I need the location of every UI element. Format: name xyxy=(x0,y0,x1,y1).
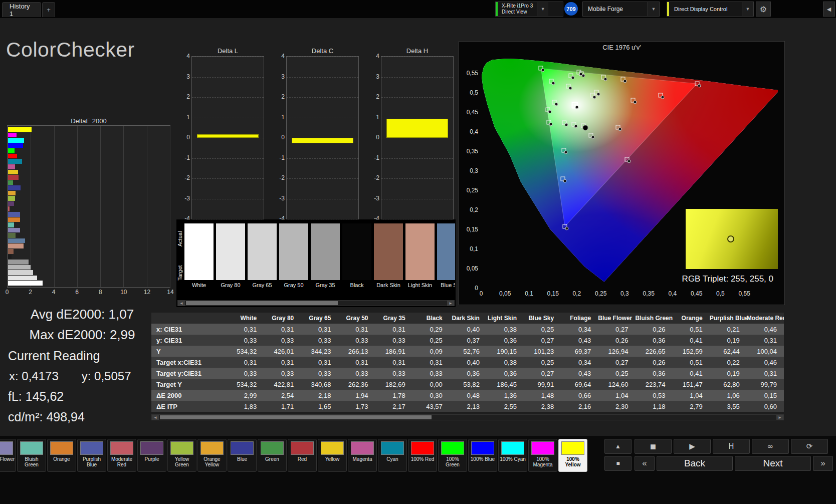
meter-selector[interactable]: X-Rite i1Pro 3 Direct View ▼ xyxy=(495,2,563,17)
stop-icon: ◼ xyxy=(650,442,656,451)
table-row-y: Y534,32426,01344,23266,13186,910,0952,76… xyxy=(151,346,784,357)
colorspace-709-badge[interactable]: 709 xyxy=(564,2,578,16)
refresh-button[interactable]: ⟳ xyxy=(791,439,828,454)
source-selector[interactable]: Mobile Forge ▼ xyxy=(582,2,660,17)
patch-label: Yellow Green xyxy=(168,456,196,467)
patch-magenta[interactable]: Magenta xyxy=(348,439,377,472)
back-button[interactable]: Back xyxy=(657,456,733,471)
patch-100-yellow[interactable]: 100% Yellow xyxy=(558,439,587,472)
stop-button[interactable]: ◼ xyxy=(635,439,672,454)
table-scrollbar[interactable]: ◄ ► xyxy=(151,414,784,420)
patch-purplish-blue[interactable]: Purplish Blue xyxy=(77,439,106,472)
cie-ytick: 0,2 xyxy=(470,206,478,213)
scroll-track[interactable] xyxy=(159,415,776,420)
cell: 426,01 xyxy=(264,346,301,357)
display-control-selector[interactable]: Direct Display Control ▼ xyxy=(667,2,754,17)
chevron-down-icon[interactable]: ▼ xyxy=(648,2,659,16)
swatch-gray-35[interactable]: Gray 35 xyxy=(311,223,340,288)
deltae2000-chart: DeltaE 2000 02468101214 xyxy=(7,117,170,298)
swatch-gray-50[interactable]: Gray 50 xyxy=(279,223,308,288)
column-header-orange: Orange xyxy=(673,313,710,324)
cie-ytick: 0,1 xyxy=(470,245,478,253)
patch-100-blue[interactable]: 100% Blue xyxy=(468,439,497,472)
chevron-down-icon[interactable]: ▼ xyxy=(537,2,548,16)
cell: 0,36 xyxy=(487,368,524,379)
deltae-bar-white xyxy=(8,281,43,286)
scroll-right-icon[interactable]: ► xyxy=(447,301,454,306)
gridline xyxy=(381,138,453,138)
patch-bluish-green[interactable]: Bluish Green xyxy=(17,439,46,472)
patch-100-green[interactable]: 100% Green xyxy=(438,439,467,472)
patch-orange-yellow[interactable]: Orange Yellow xyxy=(197,439,227,472)
expand-patch-list-button[interactable]: ▲ xyxy=(604,439,632,454)
blank-patch-button[interactable]: ■ xyxy=(604,456,632,471)
settings-button[interactable]: ⚙ xyxy=(756,2,771,17)
swatch-light-skin[interactable]: Light Skin xyxy=(405,223,435,288)
patch-green[interactable]: Green xyxy=(258,439,287,472)
cell: 186,45 xyxy=(487,379,524,390)
next-fast-button[interactable]: » xyxy=(813,456,833,471)
patch-cyan[interactable]: Cyan xyxy=(378,439,407,472)
swatch-color xyxy=(248,223,277,280)
cell: 152,59 xyxy=(673,346,710,357)
patch-100-magenta[interactable]: 100% Magenta xyxy=(528,439,557,472)
scroll-track[interactable] xyxy=(185,301,447,306)
patch-blue-flower[interactable]: Blue Flower xyxy=(0,439,16,472)
cell: 0,31 xyxy=(338,357,375,368)
next-button[interactable]: Next xyxy=(735,456,811,471)
swatch-scrollbar[interactable]: ◄ ► xyxy=(177,300,455,306)
cell: 1,94 xyxy=(338,390,375,401)
patch-red[interactable]: Red xyxy=(288,439,317,472)
cie-xtick: 0,45 xyxy=(691,290,702,297)
swatch-gray-65[interactable]: Gray 65 xyxy=(248,223,277,288)
patch-yellow-green[interactable]: Yellow Green xyxy=(167,439,196,472)
cell: 0,43 xyxy=(561,368,598,379)
cie-actual-red xyxy=(661,96,665,99)
add-tab-button[interactable]: + xyxy=(42,2,55,17)
patch-orange[interactable]: Orange xyxy=(47,439,76,472)
cell: 2,38 xyxy=(524,401,561,412)
scroll-left-icon[interactable]: ◄ xyxy=(152,415,159,420)
axis-tick: 2 xyxy=(29,289,32,296)
patch-purple[interactable]: Purple xyxy=(137,439,166,472)
cell: 0,33 xyxy=(338,368,375,379)
swatch-color xyxy=(342,223,371,280)
cie-ytick: 0,3 xyxy=(470,167,478,174)
scroll-right-icon[interactable]: ► xyxy=(776,415,783,420)
tab-history-1[interactable]: History 1 xyxy=(2,2,41,17)
chevron-down-icon[interactable]: ▼ xyxy=(742,2,753,16)
back-fast-button[interactable]: « xyxy=(635,456,655,471)
patch-label: Orange xyxy=(53,456,70,462)
continuous-button[interactable]: ∞ xyxy=(752,439,789,454)
swatch-black[interactable]: Black xyxy=(342,223,371,288)
row-label: ΔE 2000 xyxy=(151,390,227,401)
patch-color xyxy=(411,441,434,455)
cie-actual-blue-flower xyxy=(574,125,578,128)
cie-actual-black xyxy=(583,125,588,131)
gridline xyxy=(192,138,264,138)
scroll-thumb[interactable] xyxy=(186,301,338,305)
axis-tick: 4 xyxy=(52,289,56,296)
patch-100-red[interactable]: 100% Red xyxy=(408,439,437,472)
hold-button[interactable]: H xyxy=(713,439,750,454)
patch-blue[interactable]: Blue xyxy=(228,439,257,472)
collapse-panel-button[interactable]: ◀ xyxy=(823,2,835,17)
patch-color xyxy=(381,441,404,455)
play-button[interactable]: ▶ xyxy=(674,439,711,454)
swatch-gray-80[interactable]: Gray 80 xyxy=(216,223,245,288)
gridline xyxy=(287,118,358,118)
patch-yellow[interactable]: Yellow xyxy=(318,439,347,472)
patch-label: Purplish Blue xyxy=(78,456,106,467)
patch-moderate-red[interactable]: Moderate Red xyxy=(107,439,136,472)
patch-label: Red xyxy=(298,456,307,462)
badge-label: 709 xyxy=(566,6,575,12)
cie-title: CIE 1976 u'v' xyxy=(459,44,784,51)
swatch-dark-skin[interactable]: Dark Skin xyxy=(374,223,403,288)
swatch-blue-sky[interactable]: Blue Sky xyxy=(437,223,455,288)
scroll-thumb[interactable] xyxy=(160,415,432,419)
swatch-color xyxy=(374,223,403,280)
scroll-left-icon[interactable]: ◄ xyxy=(178,301,185,306)
swatch-white[interactable]: White xyxy=(184,223,214,288)
patch-100-cyan[interactable]: 100% Cyan xyxy=(498,439,527,472)
delta-bar xyxy=(292,138,353,143)
